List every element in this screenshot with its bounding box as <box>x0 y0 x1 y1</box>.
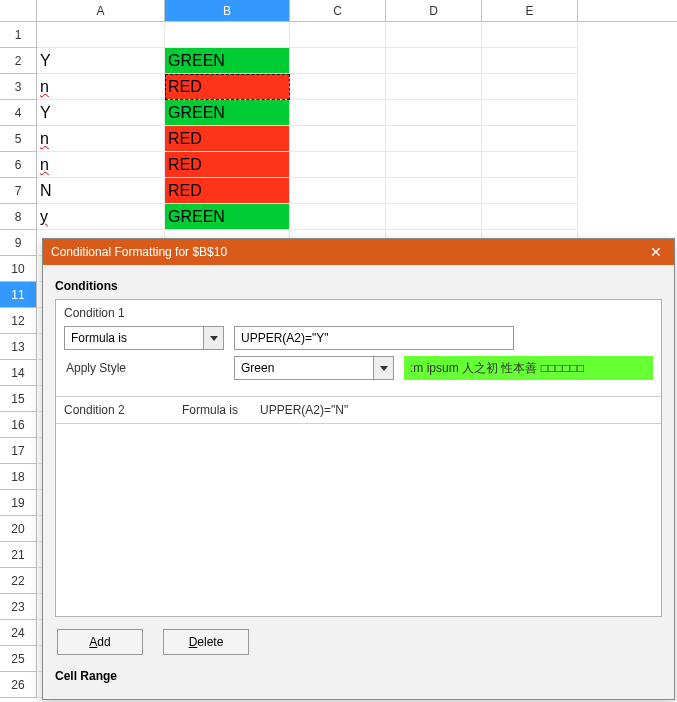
cell-B2[interactable]: GREEN <box>165 48 290 74</box>
cell-B1[interactable] <box>165 22 290 48</box>
condition-2-title: Condition 2 <box>64 403 164 417</box>
cell-A5[interactable]: n <box>37 126 165 152</box>
row-header-7[interactable]: 7 <box>0 178 37 204</box>
row-header-15[interactable]: 15 <box>0 386 37 412</box>
condition-2-formula: UPPER(A2)="N" <box>260 403 348 417</box>
condition-2-type: Formula is <box>182 403 242 417</box>
row-header-12[interactable]: 12 <box>0 308 37 334</box>
row-header-11[interactable]: 11 <box>0 282 37 308</box>
apply-style-select[interactable]: Green <box>234 356 394 380</box>
cell-B3[interactable]: RED <box>165 74 290 100</box>
cell-A2[interactable]: Y <box>37 48 165 74</box>
cell-C8[interactable] <box>290 204 386 230</box>
cell-C7[interactable] <box>290 178 386 204</box>
cell-A6[interactable]: n <box>37 152 165 178</box>
chevron-down-icon <box>203 327 223 349</box>
cell-E5[interactable] <box>482 126 578 152</box>
row-header-2[interactable]: 2 <box>0 48 37 74</box>
column-header-d[interactable]: D <box>386 0 482 21</box>
add-button[interactable]: Add <box>57 629 143 655</box>
cell-C6[interactable] <box>290 152 386 178</box>
row-header-10[interactable]: 10 <box>0 256 37 282</box>
row-header-25[interactable]: 25 <box>0 646 37 672</box>
cell-A8[interactable]: y <box>37 204 165 230</box>
cell-A7[interactable]: N <box>37 178 165 204</box>
conditions-list[interactable]: Condition 1 Formula is Apply Style Green… <box>55 299 662 617</box>
conditions-section-label: Conditions <box>55 275 662 299</box>
cell-B6[interactable]: RED <box>165 152 290 178</box>
condition-1[interactable]: Condition 1 Formula is Apply Style Green… <box>56 300 661 397</box>
row-header-8[interactable]: 8 <box>0 204 37 230</box>
close-icon[interactable]: ✕ <box>646 245 666 259</box>
row-1: 1 <box>0 22 677 48</box>
style-preview: :m ipsum 人之初 性本善 □□□□□□ <box>404 356 653 380</box>
cell-E6[interactable] <box>482 152 578 178</box>
row-header-18[interactable]: 18 <box>0 464 37 490</box>
cell-D1[interactable] <box>386 22 482 48</box>
condition-type-select[interactable]: Formula is <box>64 326 224 350</box>
delete-button[interactable]: Delete <box>163 629 249 655</box>
cell-C2[interactable] <box>290 48 386 74</box>
cell-D3[interactable] <box>386 74 482 100</box>
cell-C1[interactable] <box>290 22 386 48</box>
row-8: 8yGREEN <box>0 204 677 230</box>
cell-E2[interactable] <box>482 48 578 74</box>
condition-2[interactable]: Condition 2 Formula is UPPER(A2)="N" <box>56 397 661 424</box>
dialog-titlebar[interactable]: Conditional Formatting for $B$10 ✕ <box>43 239 674 265</box>
cell-B8[interactable]: GREEN <box>165 204 290 230</box>
row-header-13[interactable]: 13 <box>0 334 37 360</box>
row-header-19[interactable]: 19 <box>0 490 37 516</box>
cell-D5[interactable] <box>386 126 482 152</box>
dialog-title: Conditional Formatting for $B$10 <box>51 245 227 259</box>
cell-C5[interactable] <box>290 126 386 152</box>
cell-E8[interactable] <box>482 204 578 230</box>
cell-E1[interactable] <box>482 22 578 48</box>
row-header-5[interactable]: 5 <box>0 126 37 152</box>
cell-D6[interactable] <box>386 152 482 178</box>
cell-D4[interactable] <box>386 100 482 126</box>
column-header-e[interactable]: E <box>482 0 578 21</box>
cell-A3[interactable]: n <box>37 74 165 100</box>
column-header-b[interactable]: B <box>165 0 290 21</box>
cell-D8[interactable] <box>386 204 482 230</box>
row-header-24[interactable]: 24 <box>0 620 37 646</box>
cell-E3[interactable] <box>482 74 578 100</box>
row-header-3[interactable]: 3 <box>0 74 37 100</box>
cell-E7[interactable] <box>482 178 578 204</box>
row-7: 7NRED <box>0 178 677 204</box>
row-header-16[interactable]: 16 <box>0 412 37 438</box>
row-header-17[interactable]: 17 <box>0 438 37 464</box>
row-header-1[interactable]: 1 <box>0 22 37 48</box>
cell-B4[interactable]: GREEN <box>165 100 290 126</box>
dialog-button-row: Add Delete <box>55 617 662 655</box>
condition-1-title: Condition 1 <box>64 306 653 320</box>
corner-cell[interactable] <box>0 0 37 21</box>
row-header-14[interactable]: 14 <box>0 360 37 386</box>
row-header-4[interactable]: 4 <box>0 100 37 126</box>
row-header-20[interactable]: 20 <box>0 516 37 542</box>
column-header-row: ABCDE <box>0 0 677 22</box>
row-header-6[interactable]: 6 <box>0 152 37 178</box>
cell-A4[interactable]: Y <box>37 100 165 126</box>
row-6: 6nRED <box>0 152 677 178</box>
cell-C3[interactable] <box>290 74 386 100</box>
conditional-formatting-dialog: Conditional Formatting for $B$10 ✕ Condi… <box>42 238 675 700</box>
row-header-23[interactable]: 23 <box>0 594 37 620</box>
row-3: 3nRED <box>0 74 677 100</box>
cell-D2[interactable] <box>386 48 482 74</box>
row-header-26[interactable]: 26 <box>0 672 37 698</box>
cell-A1[interactable] <box>37 22 165 48</box>
row-header-9[interactable]: 9 <box>0 230 37 256</box>
cell-B5[interactable]: RED <box>165 126 290 152</box>
cell-E4[interactable] <box>482 100 578 126</box>
cell-C4[interactable] <box>290 100 386 126</box>
column-header-c[interactable]: C <box>290 0 386 21</box>
row-4: 4YGREEN <box>0 100 677 126</box>
column-header-a[interactable]: A <box>37 0 165 21</box>
cell-range-section-label: Cell Range <box>55 655 662 689</box>
row-header-22[interactable]: 22 <box>0 568 37 594</box>
cell-B7[interactable]: RED <box>165 178 290 204</box>
cell-D7[interactable] <box>386 178 482 204</box>
condition-formula-input[interactable] <box>234 326 514 350</box>
row-header-21[interactable]: 21 <box>0 542 37 568</box>
